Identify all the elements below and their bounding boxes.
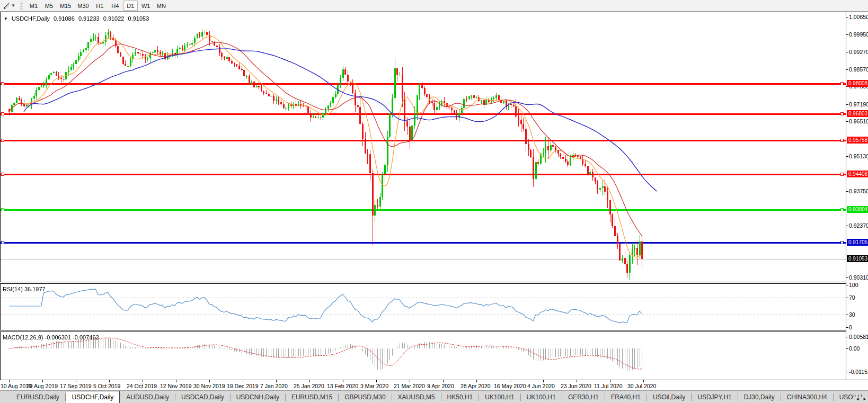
- chart-tab-dj30-daily[interactable]: DJ30,Daily: [738, 392, 781, 403]
- axis-tick-mark: [846, 337, 848, 337]
- date-label: 4 Jun 2020: [527, 383, 555, 389]
- axis-tick-mark: [846, 104, 848, 105]
- chart-title: ▼ USDCHF,Daily 0.91086 0.91233 0.91022 0…: [4, 15, 151, 22]
- chart-tab-eurusd-m15[interactable]: EURUSD,M15: [286, 392, 338, 403]
- current-price-tag: 0.91053: [847, 255, 868, 262]
- axis-tick-mark: [846, 285, 848, 285]
- date-tick-mark: [209, 380, 210, 382]
- date-label: 29 Aug 2019: [26, 383, 58, 389]
- date-label: 30 Nov 2019: [193, 383, 225, 389]
- panel-divider-macd[interactable]: [0, 330, 846, 332]
- chart-tab-xauusd-m5[interactable]: XAUUSD,M5: [392, 392, 441, 403]
- axis-tick-mark: [846, 315, 848, 315]
- chart-tab-usdcad-daily[interactable]: USDCAD,Daily: [175, 392, 230, 403]
- axis-tick-mark: [846, 298, 848, 298]
- axis-tick-mark: [846, 372, 848, 372]
- axis-tick-mark: [846, 277, 848, 278]
- rsi-tick-label: 0: [849, 324, 852, 330]
- rsi-indicator-label: RSI(14) 36.1977: [3, 286, 46, 292]
- date-label: 13 Feb 2020: [327, 383, 358, 389]
- axis-tick-mark: [846, 191, 848, 192]
- date-tick-mark: [276, 380, 277, 382]
- date-label: 30 Jul 2020: [627, 383, 656, 389]
- macd-indicator-canvas[interactable]: [0, 332, 846, 380]
- price-tick-label: 0.95130: [849, 153, 868, 159]
- timeframe-button-mn[interactable]: MN: [154, 1, 169, 11]
- chart-tab-uk100-h1[interactable]: UK100,H1: [479, 392, 520, 403]
- tab-scroll-right-icon[interactable]: ►: [863, 397, 867, 401]
- date-tick-mark: [510, 380, 510, 382]
- chart-left-border: [0, 12, 1, 380]
- price-tick-label: 0.97190: [849, 101, 868, 108]
- tab-scroll-left-icon[interactable]: ◄: [855, 397, 860, 401]
- date-tick-mark: [76, 380, 76, 382]
- date-tick-mark: [42, 380, 43, 382]
- timeframe-button-h1[interactable]: H1: [93, 1, 107, 11]
- level-price-tag: 0.93004: [847, 206, 868, 213]
- chart-symbol-period: USDCHF,Daily: [12, 15, 50, 22]
- timeframe-button-w1[interactable]: W1: [139, 1, 153, 11]
- date-label: 11 Jul 2020: [594, 383, 623, 389]
- level-price-tag: 0.91705: [847, 239, 868, 246]
- top-toolbar: ▼ M1M5M15M30H1H4D1W1MN: [0, 0, 868, 12]
- chart-tab-china300-h4[interactable]: CHINA300,H4: [781, 392, 833, 403]
- chart-tab-eurusd-daily[interactable]: EURUSD,Daily: [11, 392, 65, 403]
- timeframe-button-m15[interactable]: M15: [57, 1, 74, 11]
- chart-dropdown-icon[interactable]: ▼: [4, 16, 8, 21]
- line-studies-tool-button[interactable]: ▼: [0, 1, 18, 11]
- date-tick-mark: [476, 380, 477, 382]
- date-tick-mark: [610, 380, 610, 382]
- axis-tick-mark: [846, 348, 848, 349]
- date-label: 25 Jan 2020: [294, 383, 324, 389]
- date-tick-mark: [577, 380, 577, 382]
- date-tick-mark: [643, 380, 644, 382]
- date-tick-mark: [243, 380, 243, 382]
- line-studies-icon: [3, 2, 10, 10]
- chevron-down-icon: ▼: [11, 1, 15, 11]
- chart-tab-gbpusd-m30[interactable]: GBPUSD,M30: [339, 392, 391, 403]
- macd-indicator-label: MACD(12,26,9) -0.006301 -0.007462: [3, 334, 99, 341]
- rsi-tick-label: 30: [849, 311, 855, 318]
- price-axis-border: [846, 12, 846, 380]
- date-label: 24 Oct 2019: [127, 383, 157, 389]
- axis-tick-mark: [846, 327, 848, 328]
- date-label: 3 Mar 2020: [360, 383, 388, 389]
- timeframe-button-h4[interactable]: H4: [108, 1, 122, 11]
- price-tick-label: 1.00650: [849, 14, 868, 20]
- price-tick-label: 0.90310: [849, 274, 868, 281]
- axis-tick-mark: [846, 69, 848, 70]
- panel-divider-rsi[interactable]: [0, 282, 846, 284]
- date-label: 21 Mar 2020: [394, 383, 425, 389]
- price-tick-label: 0.99950: [849, 31, 868, 38]
- chart-tab-hk50-h1[interactable]: HK50,H1: [441, 392, 479, 403]
- price-tick-label: 0.98570: [849, 66, 868, 73]
- chart-tab-audusd-daily[interactable]: AUDUSD,Daily: [120, 392, 175, 403]
- price-tick-label: 0.93750: [849, 188, 868, 194]
- toolbar-grip: [20, 2, 23, 10]
- chart-tab-uk100-h1[interactable]: UK100,H1: [521, 392, 562, 403]
- chart-tab-ger30-h1[interactable]: GER30,H1: [562, 392, 605, 403]
- rsi-tick-label: 70: [849, 294, 855, 301]
- date-tick-mark: [376, 380, 377, 382]
- axis-tick-mark: [846, 226, 848, 226]
- chart-tab-usoil-daily[interactable]: USOil,Daily: [647, 392, 691, 403]
- chart-tab-usdjpy-h1[interactable]: USDJPY,H1: [692, 392, 737, 403]
- date-label: 16 May 2020: [494, 383, 526, 389]
- timeframe-button-m1[interactable]: M1: [26, 1, 41, 11]
- axis-tick-mark: [846, 121, 848, 122]
- timeframe-button-m30[interactable]: M30: [75, 1, 91, 11]
- chart-tab-usdchf-daily[interactable]: USDCHF,Daily: [66, 391, 120, 403]
- timeframe-button-m5[interactable]: M5: [42, 1, 56, 11]
- axis-tick-mark: [846, 52, 848, 52]
- date-label: 9 Apr 2020: [427, 383, 454, 389]
- chart-tab-fra40-h1[interactable]: FRA40,H1: [605, 392, 646, 403]
- main-chart-canvas[interactable]: [0, 12, 846, 282]
- axis-tick-mark: [846, 34, 848, 35]
- date-label: 5 Oct 2019: [93, 383, 120, 389]
- chart-tab-usdcnh-daily[interactable]: USDCNH,Daily: [231, 392, 285, 403]
- chart-tab-bar: EURUSD,DailyUSDCHF,DailyAUDUSD,DailyUSDC…: [0, 390, 868, 403]
- time-axis: 10 Aug 201929 Aug 201917 Sep 20195 Oct 2…: [0, 380, 868, 391]
- timeframe-button-d1[interactable]: D1: [123, 1, 138, 11]
- rsi-indicator-canvas[interactable]: [0, 284, 846, 330]
- level-price-tag: 0.96803: [847, 110, 868, 117]
